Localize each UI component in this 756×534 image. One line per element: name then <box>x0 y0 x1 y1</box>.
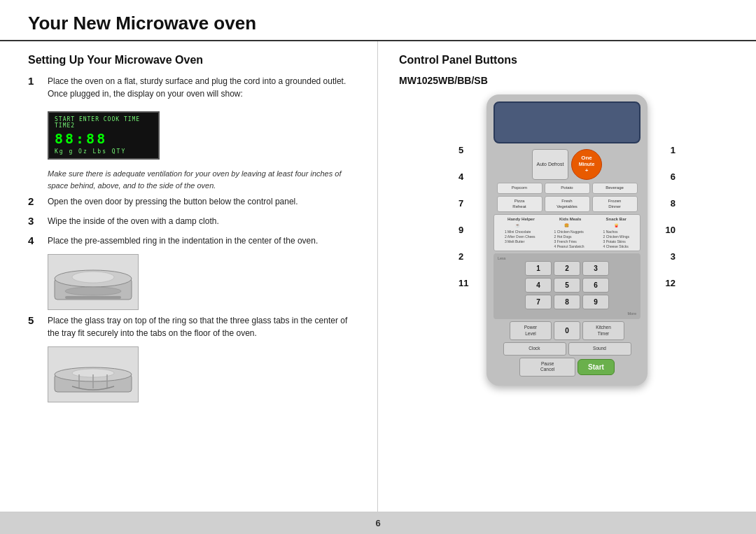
step-3: 3 Wipe the inside of the oven with a dam… <box>28 215 356 227</box>
num-6-button[interactable]: 6 <box>582 278 609 293</box>
food-row-1: Popcorn Potato Beverage <box>493 183 640 194</box>
italic-note: Make sure there is adequate ventilation … <box>48 168 356 191</box>
snack-tab-kids: Kids Meals <box>559 217 581 221</box>
display-time: 88:88 <box>55 130 153 147</box>
side-label-12: 12 <box>666 269 676 296</box>
page-header: Your New Microwave oven <box>0 0 756 41</box>
side-label-4: 4 <box>458 163 479 190</box>
popcorn-button[interactable]: Popcorn <box>497 183 542 194</box>
page-footer: 6 <box>0 512 756 534</box>
snack-tab-handy: Handy Helper <box>507 217 535 221</box>
num-8-button[interactable]: 8 <box>554 295 580 309</box>
step-2-num: 2 <box>28 195 43 207</box>
numpad-row-3: 7 8 9 <box>496 295 638 309</box>
step-3-num: 3 <box>28 215 43 227</box>
num-1-button[interactable]: 1 <box>525 261 552 276</box>
step-1-num: 1 <box>28 75 43 87</box>
num-0-button[interactable]: 0 <box>554 321 580 340</box>
step-2-text: Open the oven door by pressing the butto… <box>48 195 298 208</box>
side-label-10: 10 <box>666 216 676 243</box>
bottom-row: PauseCancel Start <box>493 358 640 377</box>
side-label-5: 5 <box>458 136 479 163</box>
numpad-row-1: 1 2 3 <box>496 261 638 276</box>
numpad-less-label: Less <box>496 256 638 260</box>
page-title: Your New Microwave oven <box>28 13 728 34</box>
step-5-num: 5 <box>28 314 43 326</box>
num-5-button[interactable]: 5 <box>554 278 580 293</box>
snack-tabs: Handy Helper Kids Meals Snack Bar <box>496 217 638 221</box>
snack-list-handy: 1 Mini Chocolate 2 After Oven Chees 3 Me… <box>505 230 536 248</box>
minute-label: Minute <box>579 162 595 167</box>
one-minute-button[interactable]: One Minute + <box>571 149 602 180</box>
side-label-6: 6 <box>671 163 676 190</box>
food-row-2: PizzaReheat FreshVegetables FrozenDinner <box>493 196 640 213</box>
snack-list-snack: 1 Nachos 2 Chicken Wings 3 Potato Skins … <box>603 230 630 248</box>
step-3-text: Wipe the inside of the oven with a damp … <box>48 215 219 227</box>
step-5: 5 Place the glass tray on top of the rin… <box>28 314 356 339</box>
step-5-text: Place the glass tray on top of the ring … <box>48 314 356 339</box>
model-label: MW1025WB/BB/SB <box>399 75 735 86</box>
snack-lists: 1 Mini Chocolate 2 After Oven Chees 3 Me… <box>496 230 638 248</box>
power-level-button[interactable]: PowerLevel <box>510 321 552 340</box>
numpad-row-2: 4 5 6 <box>496 278 638 293</box>
snack-section: Handy Helper Kids Meals Snack Bar ☕ 🍔 🍟 … <box>493 214 640 251</box>
step-4-text: Place the pre-assembled ring in the inde… <box>48 234 318 247</box>
panel-labels-right: 1 6 8 10 3 12 <box>654 94 676 296</box>
power-kitchen-row: PowerLevel 0 KitchenTimer <box>493 321 640 340</box>
clock-sound-row: Clock Sound <box>493 342 640 355</box>
kitchen-timer-button[interactable]: KitchenTimer <box>582 321 624 340</box>
snack-tab-snack: Snack Bar <box>606 217 626 221</box>
pause-cancel-button[interactable]: PauseCancel <box>519 358 575 377</box>
side-label-9: 9 <box>458 216 479 243</box>
auto-defrost-button[interactable]: Auto Defrost <box>532 149 568 180</box>
side-label-8: 8 <box>671 190 676 216</box>
num-3-button[interactable]: 3 <box>582 261 609 276</box>
oven-illustration-1 <box>48 254 139 310</box>
potato-button[interactable]: Potato <box>545 183 590 194</box>
num-2-button[interactable]: 2 <box>554 261 580 276</box>
svg-rect-4 <box>65 296 121 299</box>
handy-helper-icon: ☕ <box>515 223 520 227</box>
top-buttons-row: Auto Defrost One Minute + <box>493 149 640 180</box>
side-label-11: 11 <box>458 269 479 296</box>
side-label-2: 2 <box>458 243 479 269</box>
frozen-dinner-button[interactable]: FrozenDinner <box>592 196 638 213</box>
numpad-more-label: More <box>496 311 638 316</box>
page: Your New Microwave oven Setting Up Your … <box>0 0 756 534</box>
svg-point-3 <box>65 287 121 295</box>
right-column: Control Panel Buttons MW1025WB/BB/SB 5 4… <box>378 41 756 512</box>
step-2: 2 Open the oven door by pressing the but… <box>28 195 356 208</box>
right-section-title: Control Panel Buttons <box>399 54 735 66</box>
side-label-3: 3 <box>671 243 676 269</box>
panel-labels-left: 5 4 7 9 2 11 <box>458 94 479 296</box>
step-4: 4 Place the pre-assembled ring in the in… <box>28 234 356 247</box>
sound-button[interactable]: Sound <box>568 342 631 355</box>
kids-meals-icon: 🍔 <box>564 223 569 227</box>
display-bottom-labels: Kg g Oz Lbs QTY <box>55 148 153 155</box>
content-area: Setting Up Your Microwave Oven 1 Place t… <box>0 41 756 512</box>
snack-icons: ☕ 🍔 🍟 <box>496 223 638 227</box>
side-label-7: 7 <box>458 190 479 216</box>
svg-point-2 <box>72 272 114 283</box>
oven-illustration-2 <box>48 346 139 402</box>
panel-display <box>493 101 640 143</box>
pizza-reheat-button[interactable]: PizzaReheat <box>497 196 542 213</box>
plus-label: + <box>585 167 589 174</box>
panel-body: Auto Defrost One Minute + Popcorn Potato… <box>486 94 648 386</box>
left-column: Setting Up Your Microwave Oven 1 Place t… <box>0 41 378 512</box>
numpad: Less 1 2 3 4 5 6 <box>493 253 640 319</box>
display-image: START ENTER COOK TIME TIME2 88:88 Kg g O… <box>48 111 160 160</box>
num-7-button[interactable]: 7 <box>525 295 552 309</box>
beverage-button[interactable]: Beverage <box>592 183 638 194</box>
step-1-text: Place the oven on a flat, sturdy surface… <box>48 75 356 100</box>
clock-button[interactable]: Clock <box>503 342 566 355</box>
one-label: One <box>581 155 592 162</box>
start-button[interactable]: Start <box>578 359 615 375</box>
fresh-vegetables-button[interactable]: FreshVegetables <box>545 196 590 213</box>
snack-list-kids: 1 Chicken Nuggets 2 Hot Dogs 3 French Fr… <box>554 230 584 248</box>
step-4-num: 4 <box>28 234 43 246</box>
snack-bar-icon: 🍟 <box>614 223 619 227</box>
num-9-button[interactable]: 9 <box>582 295 609 309</box>
num-4-button[interactable]: 4 <box>525 278 552 293</box>
page-number: 6 <box>375 518 380 528</box>
